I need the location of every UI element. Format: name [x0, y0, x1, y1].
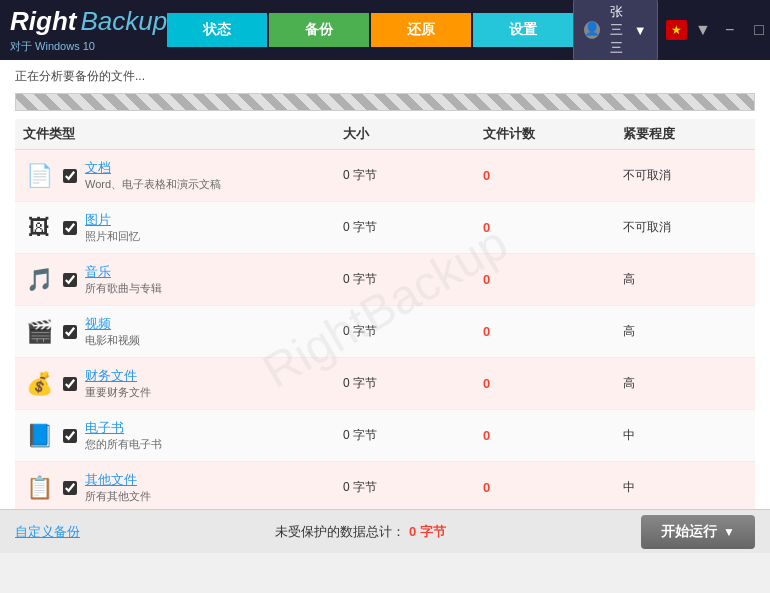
- app-subtitle: 对于 Windows 10: [10, 39, 167, 54]
- logo-backup: Backup: [80, 6, 167, 37]
- cell-importance-3: 高: [615, 319, 755, 344]
- cell-importance-4: 高: [615, 371, 755, 396]
- dropdown-icon: ▼: [634, 23, 647, 38]
- checkbox-finance[interactable]: [63, 377, 77, 391]
- status-bar: 正在分析要备份的文件...: [0, 60, 770, 89]
- total-label: 未受保护的数据总计：: [275, 524, 405, 539]
- file-name-music[interactable]: 音乐: [85, 263, 162, 281]
- tab-settings[interactable]: 设置: [473, 13, 573, 47]
- title-controls: 👤 张三三 ▼ ★ ▼ − □ ×: [573, 0, 770, 62]
- cell-importance-6: 中: [615, 475, 755, 500]
- file-icon-ebook: 📘: [23, 420, 55, 452]
- table-row: 🎵 音乐 所有歌曲与专辑 0 字节 0 高: [15, 254, 755, 306]
- custom-backup-link[interactable]: 自定义备份: [15, 523, 80, 541]
- cell-importance-1: 不可取消: [615, 215, 755, 240]
- cell-size-5: 0 字节: [335, 423, 475, 448]
- cell-size-3: 0 字节: [335, 319, 475, 344]
- checkbox-other[interactable]: [63, 481, 77, 495]
- tab-status[interactable]: 状态: [167, 13, 267, 47]
- col-header-count: 文件计数: [475, 125, 615, 143]
- table-header: 文件类型 大小 文件计数 紧要程度: [15, 119, 755, 150]
- file-name-pic[interactable]: 图片: [85, 211, 140, 229]
- user-button[interactable]: 👤 张三三 ▼: [573, 0, 658, 62]
- dropdown-arrow-icon[interactable]: ▼: [695, 21, 711, 39]
- tab-restore[interactable]: 还原: [371, 13, 471, 47]
- file-icon-finance: 💰: [23, 368, 55, 400]
- progress-stripe: [15, 93, 755, 111]
- table-row: 📄 文档 Word、电子表格和演示文稿 0 字节 0 不可取消: [15, 150, 755, 202]
- cell-name-1: 🖼 图片 照片和回忆: [15, 207, 335, 248]
- flag-button[interactable]: ★: [666, 20, 687, 40]
- total-info: 未受保护的数据总计： 0 字节: [275, 523, 445, 541]
- cell-count-6: 0: [475, 476, 615, 499]
- file-icon-music: 🎵: [23, 264, 55, 296]
- table-row: 📋 其他文件 所有其他文件 0 字节 0 中: [15, 462, 755, 514]
- checkbox-doc[interactable]: [63, 169, 77, 183]
- app-logo: Right Backup 对于 Windows 10: [10, 6, 167, 54]
- start-arrow-icon: ▼: [723, 525, 735, 539]
- col-header-type: 文件类型: [15, 125, 335, 143]
- file-name-doc[interactable]: 文档: [85, 159, 221, 177]
- cell-count-5: 0: [475, 424, 615, 447]
- checkbox-music[interactable]: [63, 273, 77, 287]
- checkbox-ebook[interactable]: [63, 429, 77, 443]
- file-icon-other: 📋: [23, 472, 55, 504]
- file-icon-video: 🎬: [23, 316, 55, 348]
- cell-name-4: 💰 财务文件 重要财务文件: [15, 363, 335, 404]
- table-row: 🎬 视频 电影和视频 0 字节 0 高: [15, 306, 755, 358]
- flag-star-icon: ★: [671, 23, 682, 37]
- cell-importance-5: 中: [615, 423, 755, 448]
- file-icon-doc: 📄: [23, 160, 55, 192]
- cell-name-5: 📘 电子书 您的所有电子书: [15, 415, 335, 456]
- cell-size-2: 0 字节: [335, 267, 475, 292]
- bottom-bar: 自定义备份 未受保护的数据总计： 0 字节 开始运行 ▼: [0, 509, 770, 553]
- cell-size-6: 0 字节: [335, 475, 475, 500]
- cell-importance-2: 高: [615, 267, 755, 292]
- cell-size-0: 0 字节: [335, 163, 475, 188]
- cell-name-0: 📄 文档 Word、电子表格和演示文稿: [15, 155, 335, 196]
- col-header-importance: 紧要程度: [615, 125, 755, 143]
- cell-name-3: 🎬 视频 电影和视频: [15, 311, 335, 352]
- cell-count-1: 0: [475, 216, 615, 239]
- file-sub-pic: 照片和回忆: [85, 229, 140, 244]
- cell-name-6: 📋 其他文件 所有其他文件: [15, 467, 335, 508]
- table-row: 🖼 图片 照片和回忆 0 字节 0 不可取消: [15, 202, 755, 254]
- cell-importance-0: 不可取消: [615, 163, 755, 188]
- user-avatar-icon: 👤: [584, 21, 600, 39]
- file-sub-video: 电影和视频: [85, 333, 140, 348]
- table-row: 💰 财务文件 重要财务文件 0 字节 0 高: [15, 358, 755, 410]
- minimize-button[interactable]: −: [719, 20, 740, 40]
- cell-size-1: 0 字节: [335, 215, 475, 240]
- cell-size-4: 0 字节: [335, 371, 475, 396]
- col-header-size: 大小: [335, 125, 475, 143]
- file-sub-music: 所有歌曲与专辑: [85, 281, 162, 296]
- cell-count-3: 0: [475, 320, 615, 343]
- nav-bar: 状态 备份 还原 设置: [167, 13, 573, 47]
- tab-backup[interactable]: 备份: [269, 13, 369, 47]
- file-icon-pic: 🖼: [23, 212, 55, 244]
- user-name: 张三三: [606, 3, 628, 57]
- checkbox-video[interactable]: [63, 325, 77, 339]
- total-value: 0 字节: [409, 524, 446, 539]
- file-name-other[interactable]: 其他文件: [85, 471, 151, 489]
- file-sub-finance: 重要财务文件: [85, 385, 151, 400]
- title-bar: Right Backup 对于 Windows 10 状态 备份 还原 设置 👤…: [0, 0, 770, 60]
- start-button-label: 开始运行: [661, 523, 717, 541]
- main-content: 正在分析要备份的文件... 文件类型 大小 文件计数 紧要程度 📄 文档 Wor…: [0, 60, 770, 553]
- analyzing-text: 正在分析要备份的文件...: [15, 69, 145, 83]
- maximize-button[interactable]: □: [748, 20, 770, 40]
- checkbox-pic[interactable]: [63, 221, 77, 235]
- cell-name-2: 🎵 音乐 所有歌曲与专辑: [15, 259, 335, 300]
- file-sub-other: 所有其他文件: [85, 489, 151, 504]
- cell-count-4: 0: [475, 372, 615, 395]
- file-sub-ebook: 您的所有电子书: [85, 437, 162, 452]
- logo-right: Right: [10, 6, 76, 37]
- file-table: 文件类型 大小 文件计数 紧要程度 📄 文档 Word、电子表格和演示文稿 0 …: [0, 119, 770, 514]
- start-button[interactable]: 开始运行 ▼: [641, 515, 755, 549]
- cell-count-0: 0: [475, 164, 615, 187]
- file-name-ebook[interactable]: 电子书: [85, 419, 162, 437]
- file-name-video[interactable]: 视频: [85, 315, 140, 333]
- file-name-finance[interactable]: 财务文件: [85, 367, 151, 385]
- cell-count-2: 0: [475, 268, 615, 291]
- table-row: 📘 电子书 您的所有电子书 0 字节 0 中: [15, 410, 755, 462]
